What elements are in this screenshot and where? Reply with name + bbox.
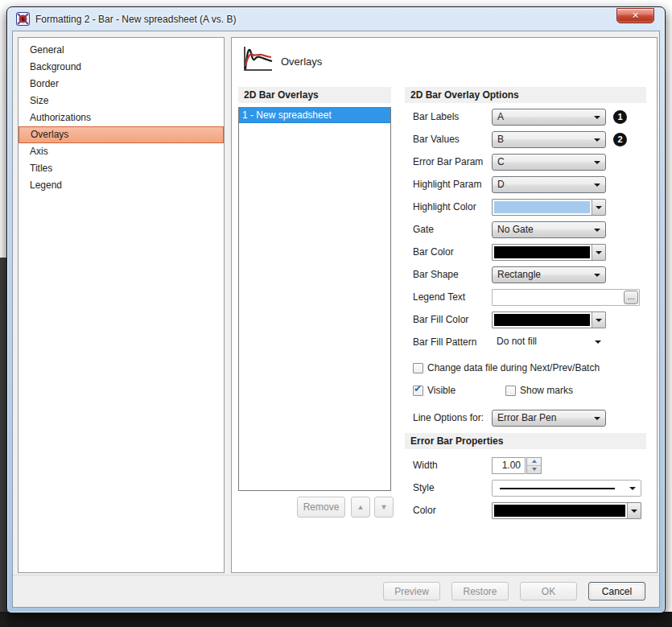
overlay-listbox[interactable]: 1 - New spreadsheet — [238, 107, 391, 491]
error-bar-color-row: Color — [413, 502, 648, 519]
highlight-color-row: Highlight Color — [413, 199, 648, 216]
gate-dropdown[interactable]: No Gate — [492, 221, 606, 238]
close-button[interactable]: ✕ — [616, 8, 654, 23]
sidebar-item-authorizations[interactable]: Authorizations — [19, 109, 224, 126]
cancel-button[interactable]: Cancel — [588, 582, 645, 600]
chevron-down-icon — [629, 487, 636, 490]
sidebar-item-border[interactable]: Border — [19, 76, 224, 93]
down-arrow-icon — [532, 468, 537, 471]
bar-fill-color-row: Bar Fill Color — [413, 311, 648, 328]
change-data-file-row: Change data file during Next/Prev/Batch — [413, 361, 600, 374]
change-data-file-label: Change data file during Next/Prev/Batch — [427, 362, 600, 373]
error-bar-style-label: Style — [413, 480, 435, 497]
highlight-color-dropdown-button[interactable] — [592, 200, 605, 215]
line-options-dropdown[interactable]: Error Bar Pen — [492, 410, 606, 427]
bar-fill-color-picker[interactable] — [492, 311, 606, 328]
window-title: Formatting 2 - Bar - New spreadsheet (A … — [35, 14, 236, 25]
sidebar-item-axis[interactable]: Axis — [19, 143, 224, 160]
chevron-down-icon — [594, 274, 600, 277]
chevron-down-icon — [594, 229, 600, 232]
bar-values-row: Bar Values B 2 — [413, 131, 648, 148]
line-options-row: Line Options for: Error Bar Pen — [413, 410, 648, 427]
chevron-down-icon — [596, 251, 602, 254]
window-drop-shadow — [0, 612, 672, 627]
show-marks-label: Show marks — [520, 385, 573, 396]
error-bar-width-stepper[interactable] — [526, 457, 542, 474]
error-bar-color-picker[interactable] — [492, 502, 641, 519]
app-icon: 6 — [16, 12, 30, 26]
sidebar-item-overlays[interactable]: Overlays — [19, 126, 224, 143]
error-bar-width-row: Width 1.00 — [413, 457, 648, 474]
error-bar-width-label: Width — [413, 457, 438, 474]
overlays-page-icon — [239, 45, 273, 74]
stepper-down-button[interactable] — [527, 466, 541, 474]
visible-row: ✔ Visible — [413, 384, 456, 397]
page-title: Overlays — [281, 56, 322, 68]
remove-overlay-button[interactable]: Remove — [297, 497, 345, 518]
line-options-value: Error Bar Pen — [497, 412, 556, 423]
overlay-list-item[interactable]: 1 - New spreadsheet — [239, 108, 390, 123]
highlight-param-dropdown[interactable]: D — [492, 176, 606, 193]
overlays-page-panel: Overlays 2D Bar Overlays 1 - New spreads… — [231, 37, 658, 573]
category-sidebar-panel: General Background Border Size Authoriza… — [18, 37, 225, 573]
close-icon: ✕ — [632, 11, 639, 20]
error-bar-width-input[interactable]: 1.00 — [492, 457, 526, 474]
visible-label: Visible — [427, 385, 456, 396]
chevron-down-icon — [595, 340, 601, 344]
bar-fill-pattern-row: Bar Fill Pattern Do not fill — [413, 334, 648, 351]
line-options-label: Line Options for: — [413, 410, 484, 427]
error-bar-param-row: Error Bar Param C — [413, 154, 648, 171]
highlight-param-value: D — [497, 179, 505, 190]
bar-fill-color-label: Bar Fill Color — [413, 311, 468, 328]
show-marks-row: Show marks — [505, 384, 573, 397]
visible-checkbox[interactable]: ✔ — [413, 386, 423, 396]
bar-values-dropdown[interactable]: B — [492, 131, 606, 148]
chevron-down-icon — [594, 138, 600, 142]
show-marks-checkbox[interactable] — [505, 386, 516, 396]
sidebar-item-general[interactable]: General — [19, 42, 224, 59]
legend-text-input[interactable] — [492, 289, 640, 306]
chevron-down-icon — [596, 319, 602, 322]
legend-text-row: Legend Text ... — [413, 289, 648, 306]
sidebar-item-titles[interactable]: Titles — [19, 160, 224, 177]
sidebar-item-legend[interactable]: Legend — [19, 177, 224, 194]
highlight-color-picker[interactable] — [492, 199, 606, 216]
move-overlay-up-button[interactable]: ▲ — [351, 497, 370, 518]
legend-text-browse-button[interactable]: ... — [624, 291, 638, 304]
gate-value: No Gate — [497, 224, 534, 235]
bar-fill-pattern-value: Do not fill — [497, 336, 537, 347]
bar-fill-color-dropdown-button[interactable] — [592, 312, 605, 328]
ok-button[interactable]: OK — [520, 582, 577, 600]
error-bar-param-value: C — [497, 156, 505, 167]
bar-color-row: Bar Color — [413, 244, 648, 261]
change-data-file-checkbox[interactable] — [413, 363, 423, 373]
bar-values-label: Bar Values — [413, 131, 460, 148]
legend-text-label: Legend Text — [413, 289, 465, 306]
title-bar[interactable]: 6 Formatting 2 - Bar - New spreadsheet (… — [7, 7, 665, 31]
bar-labels-dropdown[interactable]: A — [492, 109, 606, 126]
highlight-color-swatch — [494, 201, 590, 213]
bar-labels-row: Bar Labels A 1 — [413, 109, 648, 126]
bar-color-picker[interactable] — [492, 244, 606, 261]
bar-fill-pattern-dropdown[interactable]: Do not fill — [492, 334, 606, 351]
bar-shape-dropdown[interactable]: Rectangle — [492, 266, 606, 283]
error-bar-style-row: Style — [413, 480, 648, 497]
bar-shape-value: Rectangle — [497, 269, 541, 280]
sidebar-item-size[interactable]: Size — [19, 93, 224, 109]
error-bar-color-dropdown-button[interactable] — [627, 503, 641, 518]
error-bar-style-dropdown[interactable] — [492, 480, 641, 497]
error-bar-color-label: Color — [413, 502, 436, 519]
gate-label: Gate — [413, 221, 434, 238]
restore-button[interactable]: Restore — [451, 582, 509, 600]
sidebar-item-background[interactable]: Background — [19, 59, 224, 76]
error-bar-color-swatch — [494, 505, 625, 517]
chevron-down-icon — [594, 184, 600, 187]
bar-fill-color-swatch — [494, 314, 590, 326]
error-bar-param-dropdown[interactable]: C — [492, 154, 606, 171]
highlight-param-label: Highlight Param — [413, 176, 481, 193]
bar-shape-label: Bar Shape — [413, 266, 459, 283]
move-overlay-down-button[interactable]: ▼ — [374, 497, 394, 518]
bar-color-dropdown-button[interactable] — [592, 245, 605, 260]
preview-button[interactable]: Preview — [383, 582, 440, 600]
stepper-up-button[interactable] — [527, 458, 541, 466]
